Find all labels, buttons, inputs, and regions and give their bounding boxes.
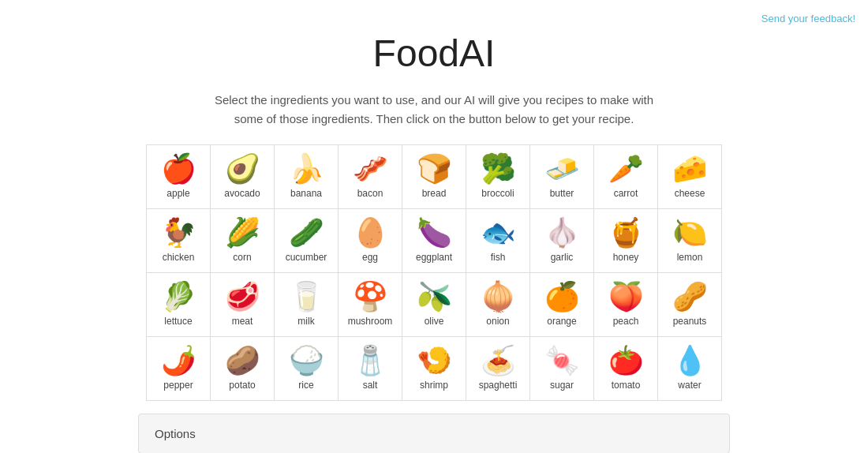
- sugar-label: sugar: [550, 380, 574, 391]
- ingredient-item-potato[interactable]: 🥔potato: [211, 337, 275, 401]
- tomato-icon: 🍅: [608, 346, 644, 375]
- ingredient-item-pepper[interactable]: 🌶️pepper: [147, 337, 211, 401]
- honey-icon: 🍯: [608, 219, 644, 247]
- broccoli-icon: 🥦: [481, 155, 516, 183]
- ingredient-grid-container: 🍎apple🥑avocado🍌banana🥓bacon🍞bread🥦brocco…: [138, 144, 730, 401]
- ingredient-item-sugar[interactable]: 🍬sugar: [530, 337, 594, 401]
- ingredient-item-spaghetti[interactable]: 🍝spaghetti: [466, 337, 530, 401]
- eggplant-label: eggplant: [416, 252, 452, 263]
- avocado-icon: 🥑: [225, 155, 260, 183]
- shrimp-icon: 🍤: [417, 346, 452, 375]
- carrot-icon: 🥕: [608, 155, 644, 183]
- sugar-icon: 🍬: [544, 346, 580, 375]
- banana-icon: 🍌: [289, 155, 324, 183]
- apple-icon: 🍎: [161, 155, 196, 183]
- ingredient-item-honey[interactable]: 🍯honey: [594, 209, 658, 273]
- ingredient-item-butter[interactable]: 🧈butter: [530, 145, 594, 209]
- lettuce-icon: 🥬: [161, 283, 196, 311]
- honey-label: honey: [613, 252, 639, 263]
- meat-label: meat: [232, 316, 253, 327]
- ingredient-item-bacon[interactable]: 🥓bacon: [339, 145, 402, 209]
- meat-icon: 🥩: [225, 283, 260, 311]
- lettuce-label: lettuce: [164, 316, 192, 327]
- fish-label: fish: [491, 252, 506, 263]
- mushroom-label: mushroom: [348, 316, 393, 327]
- ingredient-item-rice[interactable]: 🍚rice: [275, 337, 339, 401]
- cheese-label: cheese: [675, 188, 705, 199]
- bread-icon: 🍞: [417, 155, 452, 183]
- peach-label: peach: [613, 316, 639, 327]
- ingredient-item-lettuce[interactable]: 🥬lettuce: [147, 273, 211, 337]
- tomato-label: tomato: [612, 380, 641, 391]
- ingredient-item-avocado[interactable]: 🥑avocado: [211, 145, 275, 209]
- salt-icon: 🧂: [353, 346, 388, 375]
- ingredient-item-tomato[interactable]: 🍅tomato: [594, 337, 658, 401]
- ingredient-item-milk[interactable]: 🥛milk: [275, 273, 339, 337]
- spaghetti-icon: 🍝: [481, 346, 516, 375]
- shrimp-label: shrimp: [420, 380, 448, 391]
- banana-label: banana: [290, 188, 322, 199]
- ingredient-item-bread[interactable]: 🍞bread: [402, 145, 466, 209]
- olive-icon: 🫒: [417, 283, 452, 311]
- ingredient-item-lemon[interactable]: 🍋lemon: [658, 209, 722, 273]
- onion-icon: 🧅: [481, 283, 516, 311]
- broccoli-label: broccoli: [481, 188, 514, 199]
- bacon-label: bacon: [357, 188, 383, 199]
- ingredient-item-cucumber[interactable]: 🥒cucumber: [275, 209, 339, 273]
- egg-icon: 🥚: [353, 219, 388, 247]
- ingredient-item-egg[interactable]: 🥚egg: [339, 209, 402, 273]
- peach-icon: 🍑: [608, 283, 644, 311]
- ingredient-item-olive[interactable]: 🫒olive: [402, 273, 466, 337]
- butter-label: butter: [550, 188, 574, 199]
- chicken-label: chicken: [163, 252, 195, 263]
- spaghetti-label: spaghetti: [479, 380, 518, 391]
- ingredient-item-orange[interactable]: 🍊orange: [530, 273, 594, 337]
- ingredient-item-banana[interactable]: 🍌banana: [275, 145, 339, 209]
- garlic-icon: 🧄: [544, 219, 580, 247]
- ingredient-item-cheese[interactable]: 🧀cheese: [658, 145, 722, 209]
- pepper-icon: 🌶️: [161, 346, 196, 375]
- milk-label: milk: [297, 316, 314, 327]
- mushroom-icon: 🍄: [353, 283, 388, 311]
- rice-icon: 🍚: [289, 346, 324, 375]
- apple-label: apple: [166, 188, 189, 199]
- pepper-label: pepper: [163, 380, 193, 391]
- cheese-icon: 🧀: [672, 155, 708, 183]
- page-header: FoodAI: [0, 0, 868, 83]
- ingredient-item-fish[interactable]: 🐟fish: [466, 209, 530, 273]
- peanuts-label: peanuts: [673, 316, 707, 327]
- feedback-link[interactable]: Send your feedback!: [761, 13, 855, 24]
- ingredient-item-peanuts[interactable]: 🥜peanuts: [658, 273, 722, 337]
- ingredient-item-chicken[interactable]: 🐓chicken: [147, 209, 211, 273]
- olive-label: olive: [425, 316, 444, 327]
- page-title: FoodAI: [16, 32, 852, 75]
- peanuts-icon: 🥜: [672, 283, 708, 311]
- ingredient-item-corn[interactable]: 🌽corn: [211, 209, 275, 273]
- ingredient-item-water[interactable]: 💧water: [658, 337, 722, 401]
- potato-icon: 🥔: [225, 346, 260, 375]
- carrot-label: carrot: [614, 188, 638, 199]
- ingredient-item-garlic[interactable]: 🧄garlic: [530, 209, 594, 273]
- ingredient-item-eggplant[interactable]: 🍆eggplant: [402, 209, 466, 273]
- cucumber-label: cucumber: [286, 252, 327, 263]
- ingredient-item-carrot[interactable]: 🥕carrot: [594, 145, 658, 209]
- orange-icon: 🍊: [544, 283, 580, 311]
- egg-label: egg: [362, 252, 378, 263]
- ingredient-item-shrimp[interactable]: 🍤shrimp: [402, 337, 466, 401]
- ingredient-item-meat[interactable]: 🥩meat: [211, 273, 275, 337]
- options-title: Options: [155, 427, 713, 440]
- ingredient-item-mushroom[interactable]: 🍄mushroom: [339, 273, 402, 337]
- bacon-icon: 🥓: [353, 155, 388, 183]
- ingredient-item-apple[interactable]: 🍎apple: [147, 145, 211, 209]
- fish-icon: 🐟: [481, 219, 516, 247]
- avocado-label: avocado: [224, 188, 260, 199]
- eggplant-icon: 🍆: [417, 219, 452, 247]
- garlic-label: garlic: [551, 252, 574, 263]
- water-icon: 💧: [672, 346, 708, 375]
- ingredient-item-salt[interactable]: 🧂salt: [339, 337, 402, 401]
- ingredient-item-peach[interactable]: 🍑peach: [594, 273, 658, 337]
- ingredient-item-broccoli[interactable]: 🥦broccoli: [466, 145, 530, 209]
- ingredient-item-onion[interactable]: 🧅onion: [466, 273, 530, 337]
- chicken-icon: 🐓: [161, 219, 196, 247]
- subtitle: Select the ingredients you want to use, …: [0, 83, 868, 144]
